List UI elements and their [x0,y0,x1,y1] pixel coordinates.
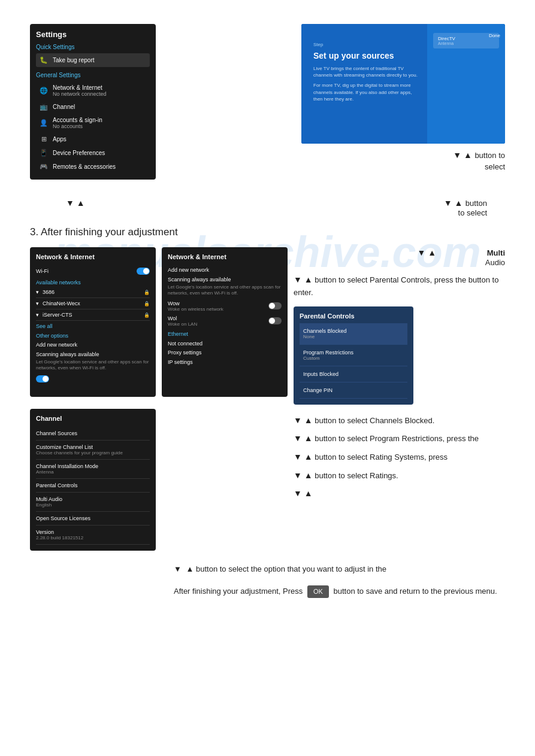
other-options-label: Other options [36,332,150,340]
setup-desc2: For more TV, dig up the digital to strea… [313,82,421,102]
parental-screenshot-title: Parental Controls [300,312,407,320]
setup-desc: Live TV brings the content of traditiona… [313,65,421,78]
accounts-icon: 👤 [40,119,48,127]
remotes-item-text: Remotes & accessories [53,163,116,170]
available-networks-label: Available networks [36,277,150,287]
settings-title: Settings [36,30,150,39]
nav-arrows-program: ▼ ▲ [294,433,313,443]
accounts-item: 👤 Accounts & sign-in No accounts [36,114,150,132]
lock-icon-3: 🔒 [144,312,150,318]
ok-button: OK [307,585,329,598]
left-arrows-block: ▼ ▲ [30,198,85,217]
multi-audio-label: Multi [487,248,505,257]
setup-left-panel: Step Set up your sources Live TV brings … [301,24,433,144]
bottom-section: ▼ ▲ button to select the option that you… [30,563,505,598]
proxy-label: Proxy settings [168,348,282,357]
wol-toggle[interactable] [268,317,282,324]
middle-section: Network & Internet Wi-Fi Available netwo… [30,247,505,551]
general-settings-label: General Settings [36,72,150,78]
network-right-title: Network & Internet [168,253,282,260]
apps-item: ⊞ Apps [36,132,150,146]
left-middle: Network & Internet Wi-Fi Available netwo… [30,247,282,551]
ethernet-label: Ethernet [168,329,282,339]
bottom-right: ▼ ▲ button to select the option that you… [174,563,505,598]
parental-intro-text: ▼ ▲ button to select Parental Controls, … [294,273,505,299]
setup-title: Set up your sources [313,51,421,60]
parental-controls-item: Parental Controls [36,479,150,493]
after-adjust-block: After finishing your adjustment, Press O… [174,585,505,598]
bug-icon: 🐛 [40,56,48,64]
apps-icon: ⊞ [40,135,48,143]
scanning-sub-label: Let Google's location service and other … [36,359,150,372]
ip-label: IP settings [168,357,282,367]
accounts-item-sub: No accounts [53,123,102,129]
device-icon: 📱 [40,149,48,157]
channel-sources-item: Channel Sources [36,427,150,441]
customize-channel-item: Customize Channel List Choose channels f… [36,441,150,460]
nav-arrows-ratings: ▼ ▲ [294,470,313,480]
nav-arrows-channels: ▼ ▲ [294,415,313,425]
network-internet-item: 🌐 Network & Internet No network connecte… [36,81,150,100]
setup-screenshot: Step Set up your sources Live TV brings … [301,24,505,144]
program-restrictions-item: Program Restrictions Custom [300,345,407,366]
after-adjust-text2: button to save and return to the previou… [333,587,497,596]
open-source-item: Open Source Licenses [36,512,150,526]
final-arrows: ▼ ▲ [294,488,505,498]
take-bug-report-text: Take bug report [53,57,95,63]
btn-select-block-1: ▼ ▲ button to select [301,150,505,171]
nav-arrows-parental: ▼ ▲ [294,275,313,284]
take-bug-report-item: 🐛 Take bug report [36,53,150,67]
channel-installation-item: Channel Installation Mode Antenna [36,460,150,479]
inputs-blocked-item: Inputs Blocked [300,366,407,382]
scanning-title-right: Scanning always available [168,275,282,284]
parental-intro-label: button to select Parental Controls, pres… [315,275,468,284]
wow-sub: Woke on wireless network [168,306,223,312]
channels-blocked-instruction: ▼ ▲ button to select Channels Blocked. [294,414,505,427]
setup-done-label: Done [489,33,500,38]
parental-screenshot: Parental Controls Channels Blocked None … [294,306,413,405]
channels-blocked-text: button to select Channels Blocked. [315,416,434,425]
wol-title: Wol [168,315,197,321]
select-label-1: select [313,162,505,171]
settings-screenshot: Settings Quick Settings 🐛 Take bug repor… [30,24,156,180]
wifi-toggle[interactable] [137,268,150,275]
channel-item-text: Channel [53,104,75,110]
setup-right-panel: Done DirecTV Antenna [427,24,505,144]
wow-title: Wow [168,300,223,306]
program-restrictions-text: button to select Program Restrictions, p… [315,434,479,443]
scanning-label: Scanning always available [36,350,150,359]
accounts-item-text: Accounts & sign-in [53,117,102,123]
antenna-sub: Antenna [438,41,494,45]
setup-step-label: Step [313,42,421,47]
nav-arrows-final: ▼ ▲ [294,488,313,498]
channel-screenshot: Channel Channel Sources Customize Channe… [30,409,156,551]
wifi-signal-icon-2: ▾ [36,300,39,306]
remotes-icon: 🎮 [40,163,48,171]
change-pin-item: Change PIN [300,382,407,399]
network-left-title: Network & Internet [36,253,150,260]
network-item-sub: No network connected [53,91,107,97]
nav-arrows-right: ▼ ▲ [444,198,463,208]
ratings-text: button to select Ratings. [315,471,398,480]
btn-select-text-1: button to [474,151,505,160]
after-adjust-text1: After finishing your adjustment, Press [174,587,303,596]
device-pref-text: Device Preferences [53,150,105,156]
scanning-sub-right: Let Google's location service and other … [168,284,282,297]
step3-heading: 3. After finishing your adjustment [30,226,505,238]
lock-icon-2: 🔒 [144,301,150,306]
network-item-text: Network & Internet [53,84,107,91]
wifi-signal-icon: ▾ [36,289,39,295]
network-iserver: ▾ iServer-CTS 🔒 [36,309,150,321]
arrow-up-bottom: ▲ [186,564,194,573]
multi-audio-text: Audio [294,258,505,267]
wow-toggle[interactable] [268,302,282,309]
rating-systems-text: button to select Rating Systems, press [315,453,448,462]
device-pref-item: 📱 Device Preferences [36,146,150,160]
nav-arrows-multi: ▼ ▲ [418,248,437,257]
nav-arrows-1: ▼ ▲ [453,150,472,160]
channel-item: 📺 Channel [36,100,150,114]
remotes-item: 🎮 Remotes & accessories [36,160,150,174]
channel-icon: 📺 [40,103,48,111]
apps-item-text: Apps [53,136,67,142]
scanning-toggle[interactable] [36,375,49,382]
